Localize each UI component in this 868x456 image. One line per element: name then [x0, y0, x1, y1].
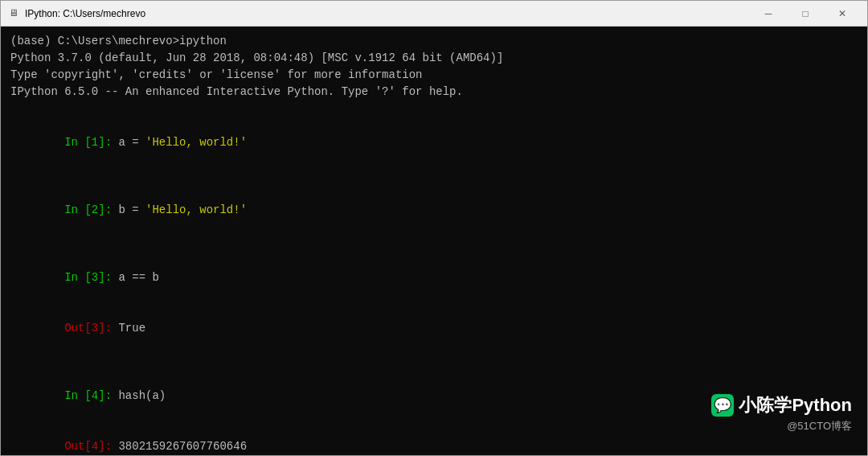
terminal-blank: [10, 168, 858, 185]
window-controls: ─ □ ✕: [750, 1, 861, 27]
window-title: IPython: C:\Users/mechrevo: [25, 8, 750, 19]
terminal-line: IPython 6.5.0 -- An enhanced Interactive…: [10, 84, 858, 101]
terminal-blank: [10, 101, 858, 117]
window-wrapper: 🖥 IPython: C:\Users/mechrevo ─ □ ✕ (base…: [0, 0, 868, 456]
terminal-blank: [10, 236, 858, 253]
terminal-blank: [10, 354, 858, 371]
terminal-line: Type 'copyright', 'credits' or 'license'…: [10, 67, 858, 84]
terminal-in-4: In [4]: hash(a): [10, 371, 858, 421]
window-icon: 🖥: [7, 7, 20, 20]
titlebar: 🖥 IPython: C:\Users/mechrevo ─ □ ✕: [1, 1, 867, 27]
close-button[interactable]: ✕: [824, 1, 861, 27]
terminal-line: Python 3.7.0 (default, Jun 28 2018, 08:0…: [10, 50, 858, 67]
terminal-out-4: Out[4]: 3802159267607760646: [10, 421, 858, 455]
terminal-in-3: In [3]: a == b: [10, 253, 858, 303]
terminal[interactable]: (base) C:\Users\mechrevo>ipython Python …: [1, 27, 867, 455]
terminal-out-3: Out[3]: True: [10, 303, 858, 354]
main-window: 🖥 IPython: C:\Users/mechrevo ─ □ ✕ (base…: [0, 0, 868, 456]
maximize-button[interactable]: □: [787, 1, 824, 27]
terminal-in-1: In [1]: a = 'Hello, world!': [10, 117, 858, 168]
minimize-button[interactable]: ─: [750, 1, 787, 27]
terminal-line: (base) C:\Users\mechrevo>ipython: [10, 33, 858, 50]
terminal-in-2: In [2]: b = 'Hello, world!': [10, 185, 858, 236]
